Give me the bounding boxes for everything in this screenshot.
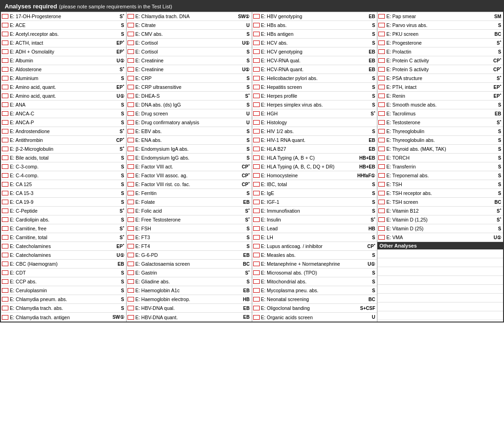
checkbox-icon[interactable]	[128, 23, 134, 27]
checkbox-icon[interactable]	[253, 164, 260, 169]
checkbox-icon[interactable]	[2, 94, 8, 98]
checkbox-icon[interactable]	[128, 138, 134, 142]
checkbox-icon[interactable]	[253, 235, 260, 240]
checkbox-icon[interactable]	[253, 67, 260, 72]
checkbox-icon[interactable]	[253, 279, 260, 284]
checkbox-icon[interactable]	[128, 270, 134, 275]
checkbox-icon[interactable]	[128, 315, 134, 320]
checkbox-icon[interactable]	[128, 217, 134, 222]
checkbox-icon[interactable]	[2, 76, 8, 81]
checkbox-icon[interactable]	[2, 306, 8, 310]
checkbox-icon[interactable]	[253, 173, 260, 178]
checkbox-icon[interactable]	[2, 138, 8, 142]
checkbox-icon[interactable]	[378, 129, 385, 134]
checkbox-icon[interactable]	[128, 253, 134, 257]
checkbox-icon[interactable]	[2, 235, 8, 240]
checkbox-icon[interactable]	[253, 111, 260, 116]
checkbox-icon[interactable]	[128, 67, 134, 72]
checkbox-icon[interactable]	[253, 182, 260, 187]
checkbox-icon[interactable]	[2, 102, 8, 107]
checkbox-icon[interactable]	[378, 155, 385, 160]
checkbox-icon[interactable]	[253, 23, 260, 27]
checkbox-icon[interactable]	[2, 14, 8, 19]
checkbox-icon[interactable]	[128, 182, 134, 187]
checkbox-icon[interactable]	[253, 306, 260, 310]
checkbox-icon[interactable]	[2, 297, 8, 302]
checkbox-icon[interactable]	[2, 262, 8, 266]
checkbox-icon[interactable]	[253, 102, 260, 107]
checkbox-icon[interactable]	[378, 40, 385, 45]
checkbox-icon[interactable]	[253, 288, 260, 293]
checkbox-icon[interactable]	[378, 217, 385, 222]
checkbox-icon[interactable]	[253, 226, 260, 231]
checkbox-icon[interactable]	[2, 120, 8, 125]
checkbox-icon[interactable]	[378, 120, 385, 125]
checkbox-icon[interactable]	[2, 279, 8, 284]
checkbox-icon[interactable]	[378, 58, 385, 63]
checkbox-icon[interactable]	[378, 67, 385, 72]
checkbox-icon[interactable]	[128, 155, 134, 160]
checkbox-icon[interactable]	[378, 111, 385, 116]
checkbox-icon[interactable]	[2, 67, 8, 72]
checkbox-icon[interactable]	[378, 173, 385, 178]
checkbox-icon[interactable]	[2, 49, 8, 54]
checkbox-icon[interactable]	[378, 147, 385, 151]
checkbox-icon[interactable]	[378, 76, 385, 81]
checkbox-icon[interactable]	[128, 164, 134, 169]
checkbox-icon[interactable]	[378, 235, 385, 240]
checkbox-icon[interactable]	[2, 129, 8, 134]
checkbox-icon[interactable]	[378, 200, 385, 204]
checkbox-icon[interactable]	[2, 270, 8, 275]
checkbox-icon[interactable]	[378, 191, 385, 195]
checkbox-icon[interactable]	[378, 138, 385, 142]
checkbox-icon[interactable]	[378, 164, 385, 169]
checkbox-icon[interactable]	[378, 226, 385, 231]
checkbox-icon[interactable]	[253, 120, 260, 125]
checkbox-icon[interactable]	[128, 226, 134, 231]
checkbox-icon[interactable]	[2, 208, 8, 213]
checkbox-icon[interactable]	[2, 226, 8, 231]
checkbox-icon[interactable]	[128, 85, 134, 89]
checkbox-icon[interactable]	[2, 217, 8, 222]
checkbox-icon[interactable]	[253, 155, 260, 160]
checkbox-icon[interactable]	[128, 32, 134, 36]
checkbox-icon[interactable]	[2, 155, 8, 160]
checkbox-icon[interactable]	[253, 32, 260, 36]
checkbox-icon[interactable]	[128, 76, 134, 81]
checkbox-icon[interactable]	[253, 129, 260, 134]
checkbox-icon[interactable]	[2, 315, 8, 320]
checkbox-icon[interactable]	[2, 147, 8, 151]
checkbox-icon[interactable]	[378, 23, 385, 27]
checkbox-icon[interactable]	[128, 297, 134, 302]
checkbox-icon[interactable]	[253, 147, 260, 151]
checkbox-icon[interactable]	[378, 102, 385, 107]
checkbox-icon[interactable]	[128, 173, 134, 178]
checkbox-icon[interactable]	[253, 262, 260, 266]
checkbox-icon[interactable]	[128, 235, 134, 240]
checkbox-icon[interactable]	[128, 191, 134, 195]
checkbox-icon[interactable]	[2, 253, 8, 257]
checkbox-icon[interactable]	[2, 85, 8, 89]
checkbox-icon[interactable]	[2, 200, 8, 204]
checkbox-icon[interactable]	[378, 14, 385, 19]
checkbox-icon[interactable]	[253, 49, 260, 54]
checkbox-icon[interactable]	[253, 315, 260, 320]
checkbox-icon[interactable]	[128, 129, 134, 134]
checkbox-icon[interactable]	[128, 111, 134, 116]
checkbox-icon[interactable]	[2, 164, 8, 169]
checkbox-icon[interactable]	[253, 40, 260, 45]
checkbox-icon[interactable]	[2, 58, 8, 63]
checkbox-icon[interactable]	[378, 85, 385, 89]
checkbox-icon[interactable]	[128, 244, 134, 248]
checkbox-icon[interactable]	[253, 58, 260, 63]
checkbox-icon[interactable]	[378, 182, 385, 187]
checkbox-icon[interactable]	[2, 40, 8, 45]
checkbox-icon[interactable]	[378, 94, 385, 98]
checkbox-icon[interactable]	[128, 306, 134, 310]
checkbox-icon[interactable]	[253, 217, 260, 222]
checkbox-icon[interactable]	[253, 85, 260, 89]
checkbox-icon[interactable]	[253, 94, 260, 98]
checkbox-icon[interactable]	[253, 253, 260, 257]
checkbox-icon[interactable]	[128, 14, 134, 19]
checkbox-icon[interactable]	[2, 191, 8, 195]
